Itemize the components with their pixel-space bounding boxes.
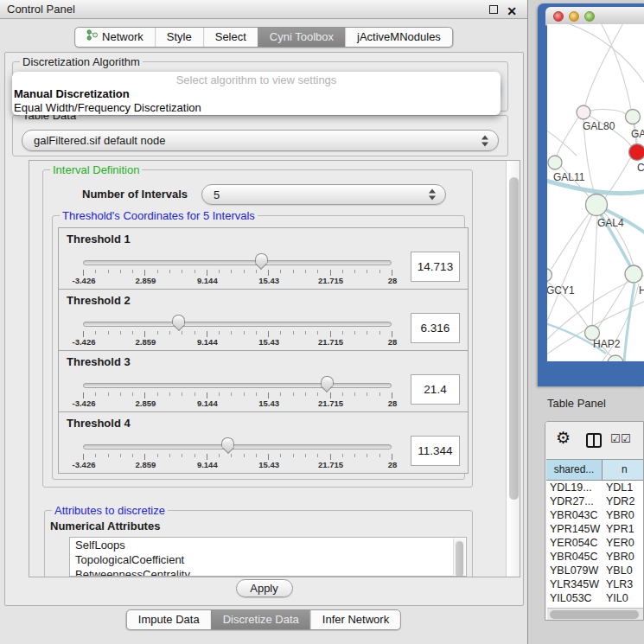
checkbox-icon[interactable]: ☑: [621, 432, 631, 445]
slider-tick-labels: -3.4262.8599.14415.4321.71528: [59, 337, 468, 348]
number-of-intervals-combobox[interactable]: 5: [201, 184, 446, 205]
zoom-traffic-light-icon[interactable]: [584, 11, 595, 22]
threshold-2-slider[interactable]: [83, 322, 392, 327]
algorithm-hint-option[interactable]: Select algorithm to view settings: [12, 72, 501, 87]
tab-select[interactable]: Select: [203, 28, 258, 47]
table-row[interactable]: YBR043CYBR0: [546, 508, 643, 522]
threshold-4-slider-thumb[interactable]: [221, 437, 234, 447]
tab-discretize-data[interactable]: Discretize Data: [211, 610, 310, 629]
interval-definition-group-title: Interval Definition: [50, 163, 142, 176]
table-row[interactable]: YDR27...YDR2: [546, 494, 643, 508]
cell-shared-name[interactable]: YBR045C: [546, 550, 603, 564]
network-tab-icon: [86, 28, 98, 47]
table-row[interactable]: YIL053CYIL0: [546, 591, 643, 605]
cell-shared-name[interactable]: YER054C: [546, 536, 603, 550]
algorithm-option-manual[interactable]: Manual Discretization: [12, 87, 501, 101]
split-columns-icon[interactable]: [586, 433, 602, 448]
attribute-list-item[interactable]: TopologicalCoefficient: [70, 552, 466, 567]
cell-name[interactable]: YPR1: [603, 522, 643, 536]
cell-name[interactable]: YDL1: [603, 481, 643, 494]
node-gcy1[interactable]: [547, 269, 552, 282]
threshold-1-value-field[interactable]: 14.713: [411, 252, 460, 282]
cell-shared-name[interactable]: YDL19...: [546, 481, 603, 494]
table-row[interactable]: YER054CYER0: [546, 536, 643, 550]
threshold-3-slider[interactable]: [83, 383, 392, 388]
cell-shared-name[interactable]: YDR27...: [546, 494, 603, 508]
node-h[interactable]: [625, 265, 642, 283]
column-header-name[interactable]: n: [603, 460, 643, 480]
list-scrollbar-thumb[interactable]: [456, 541, 463, 577]
tab-infer-network[interactable]: Infer Network: [310, 610, 400, 629]
cell-shared-name[interactable]: YPR145W: [546, 522, 603, 536]
node-bottom[interactable]: [608, 355, 623, 361]
algorithm-dropdown-popup: Select algorithm to view settings Manual…: [12, 72, 501, 115]
slider-tick-label: 2.859: [136, 460, 156, 469]
threshold-4-slider[interactable]: [83, 444, 392, 450]
float-window-icon[interactable]: [489, 5, 498, 14]
table-header-row: shared... n: [546, 460, 643, 481]
cell-shared-name[interactable]: YIL053C: [546, 591, 603, 605]
threshold-1-slider-thumb[interactable]: [255, 253, 268, 263]
attribute-list-item[interactable]: SelfLoops: [70, 538, 466, 552]
close-traffic-light-icon[interactable]: [553, 11, 564, 22]
node-unnamed[interactable]: [626, 110, 641, 124]
table-data-combobox[interactable]: galFiltered.sif default node: [22, 130, 499, 151]
slider-tick-label: 15.43: [258, 276, 279, 285]
threshold-2-slider-thumb[interactable]: [172, 315, 185, 324]
node-selected-red[interactable]: [629, 144, 644, 161]
table-hscrollbar-thumb[interactable]: [550, 610, 639, 619]
checkbox-icon[interactable]: ☑: [610, 432, 621, 445]
column-header-shared[interactable]: shared...: [546, 460, 603, 480]
table-row[interactable]: YPR145WYPR1: [546, 522, 643, 536]
slider-tick-label: 28: [388, 337, 398, 347]
threshold-4-value-field[interactable]: 11.344: [411, 436, 460, 466]
control-panel-window: Control Panel ✕ Network Style Select Cyn…: [0, 0, 528, 644]
network-canvas[interactable]: GAL80 GA GAL11 C GAL4 GCY1 H HAP2: [547, 24, 644, 361]
tab-jactivemnodules[interactable]: jActiveMNodules: [345, 28, 452, 47]
cell-shared-name[interactable]: YBL079W: [546, 564, 603, 577]
gear-icon[interactable]: ⚙: [556, 429, 571, 448]
combo-arrows-icon: [481, 135, 488, 146]
attribute-list-item[interactable]: BetweennessCentrality: [70, 567, 466, 577]
threshold-2-value-field[interactable]: 6.316: [411, 313, 460, 343]
cell-name[interactable]: YLR3: [603, 577, 643, 591]
tab-impute-data-label: Impute Data: [138, 610, 200, 629]
table-row[interactable]: YDL19...YDL1: [546, 481, 643, 494]
slider-tick-label: 21.715: [318, 276, 343, 285]
tab-cyni-toolbox[interactable]: Cyni Toolbox: [258, 28, 345, 47]
table-horizontal-scrollbar[interactable]: [547, 608, 643, 620]
apply-button[interactable]: Apply: [236, 579, 293, 597]
number-of-intervals-label: Number of Intervals: [82, 188, 188, 201]
settings-scrollbar[interactable]: [506, 161, 520, 577]
table-row[interactable]: YBL079WYBL0: [546, 564, 643, 577]
cell-name[interactable]: YBL0: [603, 564, 643, 577]
node-gal80[interactable]: [577, 105, 590, 119]
minimize-traffic-light-icon[interactable]: [569, 11, 579, 22]
threshold-1-slider[interactable]: [83, 260, 392, 265]
tab-impute-data[interactable]: Impute Data: [127, 610, 211, 629]
slider-ticks: [83, 454, 392, 460]
list-scrollbar[interactable]: [453, 539, 465, 575]
close-icon[interactable]: ✕: [507, 2, 517, 21]
numerical-attributes-list[interactable]: SelfLoopsTopologicalCoefficientBetweenne…: [69, 537, 467, 577]
tab-jactivemnodules-label: jActiveMNodules: [357, 28, 441, 47]
settings-scrollbar-thumb[interactable]: [509, 177, 519, 500]
slider-tick-label: 2.859: [136, 399, 156, 408]
cell-name[interactable]: YER0: [603, 536, 643, 550]
node-gal4[interactable]: [586, 194, 608, 216]
cell-name[interactable]: YBR0: [603, 508, 643, 522]
cell-name[interactable]: YDR2: [603, 494, 643, 508]
tab-network[interactable]: Network: [75, 28, 155, 47]
algorithm-option-equal-width[interactable]: Equal Width/Frequency Discretization: [12, 101, 501, 115]
slider-tick-label: 9.144: [197, 337, 218, 347]
threshold-3-value-field[interactable]: 21.4: [411, 374, 460, 405]
cell-shared-name[interactable]: YLR345W: [546, 577, 603, 591]
cell-name[interactable]: YIL0: [603, 591, 643, 605]
node-gal11[interactable]: [548, 156, 562, 169]
table-row[interactable]: YLR345WYLR3: [546, 577, 643, 591]
cell-shared-name[interactable]: YBR043C: [546, 508, 603, 522]
tab-style[interactable]: Style: [155, 28, 203, 47]
table-row[interactable]: YBR045CYBR0: [546, 550, 643, 564]
cell-name[interactable]: YBR0: [603, 550, 643, 564]
threshold-3-slider-thumb[interactable]: [321, 376, 334, 386]
